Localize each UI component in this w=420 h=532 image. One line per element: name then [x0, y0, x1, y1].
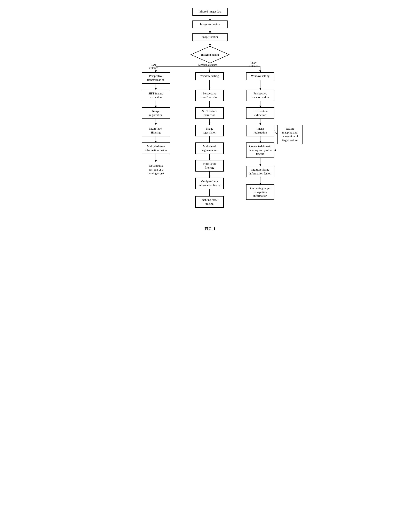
short-perspective-node: Perspectivetransformation — [246, 90, 274, 101]
medium-sift-node: SIFT featureextraction — [195, 107, 224, 119]
long-fusion-label: Multiple-frameinformation fusion — [145, 145, 167, 152]
long-sift-label: SIFT featureextraction — [149, 92, 163, 99]
long-position-label: Obtaining aposition of amoving target — [148, 164, 164, 175]
medium-perspective-node: Perspectivetransformation — [195, 90, 224, 101]
medium-tracing-node: Enabling targettracing — [195, 196, 224, 208]
medium-perspective-label: Perspectivetransformation — [201, 92, 218, 99]
medium-sift-label: SIFT featureextraction — [202, 109, 217, 117]
short-window-label: Window setting — [251, 74, 270, 77]
medium-fusion-node: Multiple-frameinformation fusion — [195, 177, 224, 189]
rotation-node: Image rotation — [193, 33, 227, 41]
medium-filtering-label: Multi-levelfiltering — [203, 162, 216, 169]
medium-segmentation-label: Multi-levelsegmentation — [202, 145, 217, 152]
rotation-label: Image rotation — [201, 35, 219, 38]
long-registration-node: Imageregistration — [142, 107, 170, 119]
short-registration-label: Imageregistration — [254, 127, 267, 134]
long-registration-label: Imageregistration — [149, 109, 162, 117]
infrared-node: Infrared image data — [193, 8, 227, 16]
long-distance-label: Longdistance — [149, 63, 158, 70]
long-perspective-node: Perspectivetransformation — [142, 72, 170, 84]
short-sift-node: SIFT featureextraction — [246, 107, 274, 119]
medium-distance-label: Medium distance — [198, 63, 217, 67]
short-connected-node: Connected domainlabeling and profiletrac… — [246, 143, 274, 158]
medium-registration-node: Imageregistration — [195, 125, 224, 136]
short-fusion-label: Multiple-frameinformation fusion — [249, 168, 271, 175]
figure-title: FIG. 1 — [136, 227, 284, 231]
short-output-node: Outputting targetrecognitioninformation — [246, 184, 274, 200]
medium-window-node: Window setting — [195, 72, 224, 80]
short-window-node: Window setting — [246, 72, 274, 80]
long-filtering-label: Multi-levelfiltering — [149, 127, 163, 134]
short-connected-label: Connected domainlabeling and profiletrac… — [249, 145, 272, 155]
short-output-label: Outputting targetrecognitioninformation — [250, 187, 270, 197]
short-registration-node: Imageregistration — [246, 125, 274, 136]
infrared-label: Infrared image data — [198, 10, 221, 13]
imaging-height-diamond: Imaging height — [191, 46, 229, 63]
medium-tracing-label: Enabling targettracing — [201, 198, 219, 205]
medium-registration-label: Imageregistration — [203, 127, 216, 134]
medium-fusion-label: Multiple-frameinformation fusion — [198, 180, 220, 187]
long-fusion-node: Multiple-frameinformation fusion — [142, 143, 170, 154]
medium-segmentation-node: Multi-levelsegmentation — [195, 143, 224, 154]
long-sift-node: SIFT featureextraction — [142, 90, 170, 101]
correction-label: Image correction — [200, 23, 220, 26]
medium-window-label: Window setting — [200, 74, 219, 77]
long-filtering-node: Multi-levelfiltering — [142, 125, 170, 136]
texture-label: Texturemapping andrecognition oftarget f… — [282, 127, 298, 142]
svg-line-23 — [274, 131, 277, 135]
short-perspective-label: Perspectivetransformation — [252, 92, 269, 99]
correction-node: Image correction — [193, 20, 227, 28]
short-sift-label: SIFT featureextraction — [253, 109, 268, 117]
medium-filtering-node: Multi-levelfiltering — [195, 160, 224, 172]
long-perspective-label: Perspectivetransformation — [147, 74, 164, 81]
short-distance-label: Shortdistance — [249, 61, 258, 68]
long-position-node: Obtaining aposition of amoving target — [142, 162, 170, 177]
svg-marker-24 — [191, 46, 229, 63]
short-fusion-node: Multiple-frameinformation fusion — [246, 166, 274, 177]
texture-node: Texturemapping andrecognition oftarget f… — [277, 125, 302, 144]
